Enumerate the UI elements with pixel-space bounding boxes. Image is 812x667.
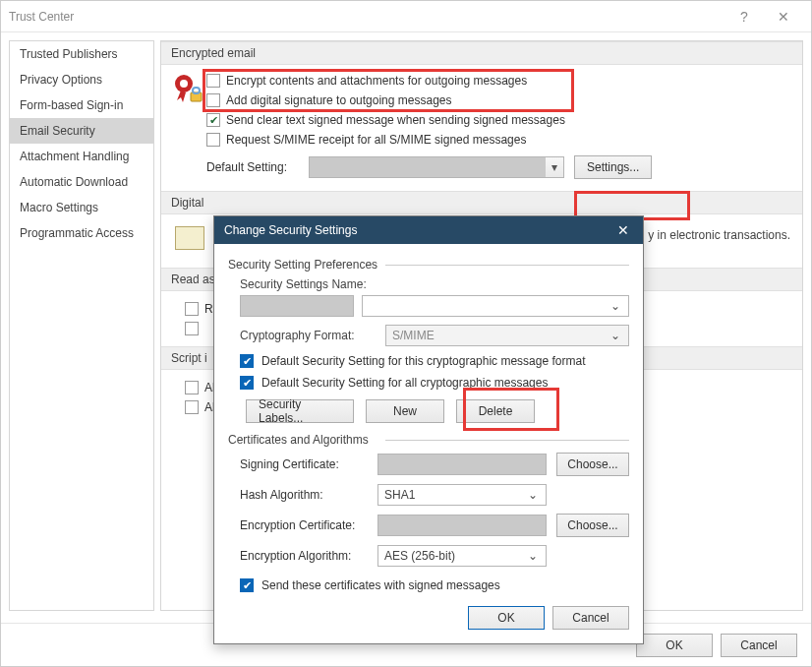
- hash-combo[interactable]: SHA1 ⌄: [377, 484, 547, 506]
- help-icon[interactable]: ?: [725, 9, 764, 25]
- chevron-down-icon: ⌄: [526, 549, 540, 563]
- delete-button[interactable]: Delete: [456, 399, 535, 423]
- group-digital: Digital: [161, 191, 802, 214]
- sidebar-item-programmatic-access[interactable]: Programmatic Access: [10, 220, 153, 246]
- label-enc-alg: Encryption Algorithm:: [240, 549, 368, 563]
- crypto-format-value: S/MIME: [392, 329, 435, 342]
- ok-button[interactable]: OK: [636, 634, 713, 657]
- chevron-down-icon: ▾: [546, 160, 563, 174]
- change-security-settings-dialog: Change Security Settings ✕ Security Sett…: [213, 215, 644, 644]
- close-icon[interactable]: ✕: [613, 222, 633, 238]
- dialog-titlebar: Change Security Settings ✕: [214, 216, 643, 244]
- enc-cert-field: [377, 515, 547, 536]
- row-sign: Add digital signature to outgoing messag…: [161, 91, 802, 110]
- checkbox-script-2[interactable]: [185, 400, 199, 414]
- sidebar-item-privacy-options[interactable]: Privacy Options: [10, 67, 153, 92]
- checkbox-default-format[interactable]: [240, 354, 254, 368]
- sidebar: Trusted Publishers Privacy Options Form-…: [9, 40, 154, 611]
- label-enc-cert: Encryption Certificate:: [240, 518, 368, 532]
- titlebar: Trust Center ? ✕: [1, 1, 811, 32]
- security-labels-button[interactable]: Security Labels...: [246, 399, 354, 423]
- checkbox-cleartext[interactable]: [206, 113, 220, 127]
- sidebar-item-automatic-download[interactable]: Automatic Download: [10, 169, 153, 195]
- sidebar-item-email-security[interactable]: Email Security: [10, 118, 153, 144]
- row-encrypt: Encrypt contents and attachments for out…: [161, 71, 802, 91]
- sidebar-item-trusted-publishers[interactable]: Trusted Publishers: [10, 41, 153, 67]
- checkbox-script-1[interactable]: [185, 381, 199, 394]
- row-receipt: Request S/MIME receipt for all S/MIME si…: [161, 130, 802, 150]
- cancel-button[interactable]: Cancel: [721, 634, 797, 657]
- label-send-certs: Send these certificates with signed mess…: [261, 578, 500, 592]
- security-name-combo[interactable]: ⌄: [362, 295, 629, 317]
- group-encrypted-email: Encrypted email: [161, 41, 802, 65]
- svg-point-1: [180, 80, 188, 88]
- combo-default-setting[interactable]: ▾: [309, 156, 564, 178]
- digital-blurb: y in electronic transactions.: [648, 228, 790, 242]
- settings-button[interactable]: Settings...: [574, 155, 652, 179]
- combo-default-value: [310, 157, 546, 177]
- label-security-name: Security Settings Name:: [240, 277, 377, 291]
- ribbon-lock-icon: [171, 71, 204, 104]
- row-default-setting: Default Setting: ▾ Settings...: [161, 150, 802, 185]
- chevron-down-icon: ⌄: [526, 488, 540, 502]
- new-button[interactable]: New: [366, 399, 444, 423]
- chevron-down-icon: ⌄: [609, 299, 622, 313]
- dialog-ok-button[interactable]: OK: [468, 606, 545, 630]
- checkbox-receipt[interactable]: [206, 133, 220, 147]
- hash-value: SHA1: [384, 488, 415, 502]
- enc-alg-combo[interactable]: AES (256-bit) ⌄: [377, 545, 547, 567]
- label-default-setting: Default Setting:: [206, 160, 299, 174]
- label-crypto-format: Cryptography Format:: [240, 329, 377, 342]
- checkbox-default-all[interactable]: [240, 376, 254, 390]
- label-default-format: Default Security Setting for this crypto…: [261, 354, 585, 368]
- section-security-prefs: Security Setting Preferences: [228, 258, 629, 272]
- checkbox-sign[interactable]: [206, 93, 220, 107]
- label-cleartext: Send clear text signed message when send…: [226, 113, 565, 127]
- crypto-format-combo[interactable]: S/MIME ⌄: [385, 325, 629, 346]
- sidebar-item-attachment-handling[interactable]: Attachment Handling: [10, 144, 153, 169]
- chevron-down-icon: ⌄: [609, 329, 622, 342]
- dialog-title: Change Security Settings: [224, 223, 357, 237]
- enc-alg-value: AES (256-bit): [384, 549, 455, 563]
- certificate-icon: [175, 226, 204, 250]
- name-prefix-disabled: [240, 295, 354, 317]
- window-title: Trust Center: [9, 10, 74, 24]
- row-cleartext: Send clear text signed message when send…: [161, 110, 802, 130]
- section-certs: Certificates and Algorithms: [228, 433, 629, 447]
- close-icon[interactable]: ✕: [764, 9, 803, 25]
- label-hash: Hash Algorithm:: [240, 488, 368, 502]
- label-receipt: Request S/MIME receipt for all S/MIME si…: [226, 133, 526, 147]
- sign-cert-field: [377, 454, 547, 475]
- trust-center-window: Trust Center ? ✕ Trusted Publishers Priv…: [0, 0, 812, 667]
- sidebar-item-macro-settings[interactable]: Macro Settings: [10, 195, 153, 220]
- svg-rect-3: [193, 88, 200, 93]
- checkbox-read-1[interactable]: [185, 302, 199, 316]
- checkbox-send-certs[interactable]: [240, 578, 254, 592]
- label-encrypt: Encrypt contents and attachments for out…: [226, 74, 527, 88]
- dialog-cancel-button[interactable]: Cancel: [552, 606, 629, 630]
- choose-enc-cert-button[interactable]: Choose...: [556, 514, 629, 537]
- checkbox-read-2[interactable]: [185, 322, 199, 335]
- checkbox-encrypt[interactable]: [206, 74, 220, 88]
- label-sign: Add digital signature to outgoing messag…: [226, 93, 451, 107]
- label-sign-cert: Signing Certificate:: [240, 457, 368, 471]
- choose-sign-cert-button[interactable]: Choose...: [556, 453, 629, 476]
- label-default-all: Default Security Setting for all cryptog…: [261, 376, 548, 390]
- sidebar-item-form-signin[interactable]: Form-based Sign-in: [10, 92, 153, 118]
